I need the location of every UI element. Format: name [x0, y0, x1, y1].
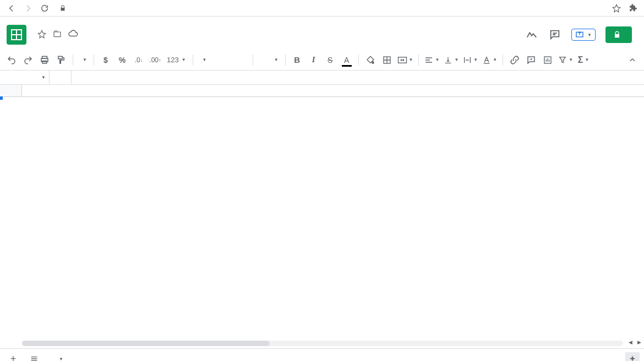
star-doc-icon[interactable]	[37, 30, 46, 39]
print-button[interactable]	[37, 53, 52, 67]
fx-label	[50, 71, 72, 84]
explore-button[interactable]	[625, 352, 640, 361]
svg-rect-0	[54, 32, 61, 37]
filter-button[interactable]: ▼	[557, 53, 574, 67]
collapse-toolbar-button[interactable]	[625, 56, 640, 64]
formula-bar: ▼	[0, 71, 644, 85]
all-sheets-button[interactable]	[26, 351, 42, 361]
add-sheet-button[interactable]: +	[6, 351, 21, 361]
fill-color-button[interactable]	[363, 53, 378, 67]
insert-link-button[interactable]	[507, 53, 522, 67]
redo-button[interactable]	[21, 53, 35, 67]
sheet-tab[interactable]: ▼	[47, 349, 71, 362]
font-dropdown[interactable]: ▼	[198, 57, 248, 62]
address-bar[interactable]	[56, 5, 605, 12]
scroll-right-button[interactable]: ▶	[635, 338, 643, 346]
insert-comment-button[interactable]	[524, 53, 538, 67]
activity-icon[interactable]	[525, 28, 538, 41]
decrease-decimal-button[interactable]: .0↓	[132, 53, 146, 67]
bold-button[interactable]: B	[290, 53, 304, 67]
paint-format-button[interactable]	[54, 53, 68, 67]
select-all-corner[interactable]	[0, 85, 22, 96]
sheets-logo-icon[interactable]	[7, 25, 26, 45]
bookmark-star-icon[interactable]	[612, 4, 621, 13]
column-headers	[0, 85, 644, 97]
functions-button[interactable]: Σ▼	[576, 53, 591, 67]
share-button[interactable]	[605, 26, 632, 43]
name-box[interactable]: ▼	[0, 71, 50, 84]
browser-nav-bar	[0, 0, 644, 17]
vertical-align-button[interactable]: ▼	[443, 53, 460, 67]
horizontal-align-button[interactable]: ▼	[423, 53, 440, 67]
italic-button[interactable]: I	[307, 53, 321, 67]
currency-button[interactable]: $	[99, 53, 113, 67]
sheet-tab-bar: + ▼	[0, 348, 644, 361]
toolbar: ▼ $ % .0↓ .00↑ 123▼ ▼ ▼ B I S A ▼ ▼ ▼ ▼ …	[0, 50, 644, 71]
undo-button[interactable]	[4, 53, 19, 67]
text-wrap-button[interactable]: ▼	[462, 53, 479, 67]
move-doc-icon[interactable]	[53, 30, 62, 39]
forward-button[interactable]	[23, 3, 33, 13]
text-color-button[interactable]: A	[340, 53, 354, 67]
back-button[interactable]	[7, 3, 17, 13]
horizontal-scrollbar[interactable]	[22, 341, 623, 346]
insert-chart-button[interactable]	[541, 53, 555, 67]
percent-button[interactable]: %	[115, 53, 129, 67]
cloud-status-icon[interactable]	[68, 30, 78, 39]
merge-cells-button[interactable]: ▼	[396, 53, 414, 67]
increase-decimal-button[interactable]: .00↑	[148, 53, 162, 67]
font-size-dropdown[interactable]: ▼	[258, 57, 281, 62]
present-button[interactable]: ▼	[571, 29, 596, 41]
reload-button[interactable]	[40, 3, 50, 13]
borders-button[interactable]	[380, 53, 394, 67]
text-rotation-button[interactable]: ▼	[481, 53, 498, 67]
comments-icon[interactable]	[548, 28, 561, 41]
strikethrough-button[interactable]: S	[323, 53, 337, 67]
lock-icon	[59, 5, 66, 12]
zoom-dropdown[interactable]: ▼	[78, 57, 89, 62]
extensions-icon[interactable]	[629, 4, 637, 13]
more-formats-dropdown[interactable]: 123▼	[165, 56, 188, 64]
spreadsheet-grid: ◀ ▶	[0, 85, 644, 348]
title-bar: ▼	[0, 17, 644, 50]
scroll-left-button[interactable]: ◀	[626, 338, 634, 346]
